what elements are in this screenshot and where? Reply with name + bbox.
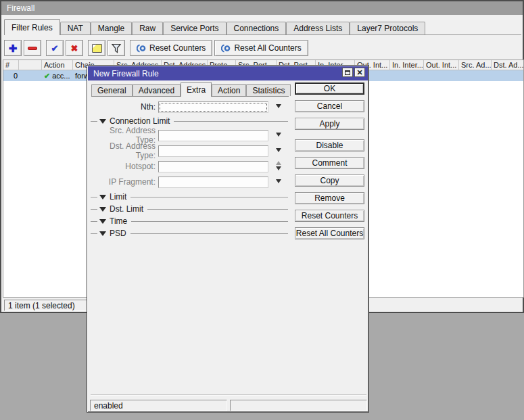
section-limit-label: Limit <box>110 192 126 202</box>
section-time-label: Time <box>110 216 127 226</box>
cancel-button[interactable]: Cancel <box>295 100 364 112</box>
reset-counters-label: Reset Counters <box>149 43 206 53</box>
triangle-down-icon <box>99 119 106 124</box>
row-number: 0 <box>3 72 19 80</box>
nth-label: Nth: <box>91 102 156 112</box>
cross-icon: ✖ <box>71 44 78 53</box>
dialog-tab-bar: General Advanced Extra Action Statistics <box>91 80 289 97</box>
remove-rule-button[interactable] <box>24 40 41 56</box>
comment-button[interactable]: Comment <box>295 157 364 169</box>
minus-icon <box>28 47 37 50</box>
dialog-title: New Firewall Rule <box>93 69 159 78</box>
disable-rule-button[interactable]: ✖ <box>66 40 83 56</box>
tab-advanced[interactable]: Advanced <box>133 84 181 96</box>
triangle-down-icon <box>99 231 106 236</box>
hotspot-label: Hotspot: <box>91 162 156 171</box>
tab-general[interactable]: General <box>91 84 133 96</box>
accept-check-icon: ✔ <box>44 72 50 80</box>
chevron-down-icon[interactable] <box>276 133 281 137</box>
tab-mangle[interactable]: Mangle <box>91 22 132 34</box>
firewall-window-title: Firewall <box>7 3 34 13</box>
dialog-titlebar[interactable]: New Firewall Rule <box>88 66 368 80</box>
tab-action[interactable]: Action <box>212 84 246 96</box>
hotspot-input[interactable] <box>158 161 268 172</box>
remove-button[interactable]: Remove <box>295 192 364 204</box>
col-src-address-list[interactable]: Src. Ad... <box>459 60 492 70</box>
section-dst-limit[interactable]: Dst. Limit <box>91 204 288 214</box>
section-dst-limit-label: Dst. Limit <box>110 204 143 214</box>
maximize-button[interactable] <box>342 68 353 77</box>
section-psd-label: PSD <box>110 229 126 238</box>
ip-fragment-input[interactable] <box>158 177 268 188</box>
firewall-titlebar[interactable]: Firewall <box>1 1 523 15</box>
maximize-icon <box>345 70 350 75</box>
comment-note-icon <box>92 44 102 53</box>
plus-icon: ✚ <box>9 43 18 53</box>
src-address-type-row: Src. Address Type: <box>87 129 290 141</box>
ip-fragment-row: IP Fragment: <box>87 176 290 188</box>
tab-statistics[interactable]: Statistics <box>246 84 291 96</box>
comment-button[interactable] <box>88 40 105 56</box>
tab-nat[interactable]: NAT <box>60 22 91 34</box>
apply-button[interactable]: Apply <box>295 118 364 130</box>
close-button[interactable]: ✕ <box>354 68 365 77</box>
new-firewall-rule-dialog: New Firewall Rule ✕ General Advanced Ext… <box>87 65 369 413</box>
reset-all-counters-button[interactable]: Reset All Counters <box>295 227 364 239</box>
filter-funnel-icon <box>111 43 122 53</box>
firewall-toolbar: ✚ ✔ ✖ Reset Counters Reset All Counters <box>4 39 310 57</box>
tab-extra[interactable]: Extra <box>181 82 212 97</box>
nth-row: Nth: <box>87 101 290 113</box>
tab-service-ports[interactable]: Service Ports <box>163 22 226 34</box>
nth-input[interactable] <box>158 101 268 113</box>
col-out-interface-list[interactable]: Out. Int... <box>424 60 459 70</box>
triangle-down-icon <box>99 207 106 212</box>
dst-address-type-label: Dst. Address Type: <box>91 141 156 160</box>
reset-counters-button[interactable]: Reset Counters <box>295 210 364 222</box>
tab-filter-rules[interactable]: Filter Rules <box>4 19 60 35</box>
dst-address-type-row: Dst. Address Type: <box>87 145 290 157</box>
tab-layer7-protocols[interactable]: Layer7 Protocols <box>350 22 425 34</box>
section-connection-limit[interactable]: Connection Limit <box>91 116 288 126</box>
copy-button[interactable]: Copy <box>295 174 364 187</box>
close-icon: ✕ <box>356 69 362 76</box>
spinner-down-icon[interactable] <box>276 166 281 170</box>
row-action: acc... <box>52 72 70 80</box>
section-time[interactable]: Time <box>91 216 288 226</box>
reset-all-counters-toolbar-button[interactable]: Reset All Counters <box>214 40 308 56</box>
triangle-down-icon <box>99 195 106 200</box>
reset-counters-toolbar-button[interactable]: Reset Counters <box>130 40 212 56</box>
ip-fragment-label: IP Fragment: <box>91 177 156 187</box>
section-psd[interactable]: PSD <box>91 229 288 238</box>
section-connection-limit-label: Connection Limit <box>110 116 170 126</box>
enable-rule-button[interactable]: ✔ <box>46 40 64 56</box>
disable-button[interactable]: Disable <box>295 139 364 151</box>
add-rule-button[interactable]: ✚ <box>4 40 22 56</box>
tab-raw[interactable]: Raw <box>132 22 163 34</box>
desktop: Firewall Filter Rules NAT Mangle Raw Ser… <box>0 0 524 420</box>
tab-connections[interactable]: Connections <box>227 22 287 34</box>
filter-button[interactable] <box>108 40 125 56</box>
ok-button[interactable]: OK <box>295 83 364 95</box>
section-limit[interactable]: Limit <box>91 192 288 202</box>
dialog-status-right <box>230 400 367 411</box>
chevron-down-icon[interactable] <box>276 104 281 108</box>
reset-all-counters-label: Reset All Counters <box>234 43 301 53</box>
col-action[interactable]: Action <box>42 60 73 70</box>
rule-state-status: enabled <box>90 400 227 411</box>
spinner-up-icon[interactable] <box>276 161 281 165</box>
hotspot-row: Hotspot: <box>87 160 290 172</box>
col-blank[interactable] <box>19 60 42 70</box>
triangle-down-icon <box>99 219 106 224</box>
chevron-down-icon[interactable] <box>276 179 281 183</box>
col-in-interface-list[interactable]: In. Inter... <box>390 60 424 70</box>
col-number[interactable]: # <box>3 60 19 70</box>
dialog-status-separator <box>91 394 366 396</box>
col-dst-address-list[interactable]: Dst. Ad... <box>492 60 524 70</box>
firewall-tab-bar: Filter Rules NAT Mangle Raw Service Port… <box>4 18 521 35</box>
reset-counter-icon <box>221 44 231 53</box>
tab-address-lists[interactable]: Address Lists <box>286 22 350 34</box>
chevron-down-icon[interactable] <box>276 148 281 152</box>
src-address-type-input[interactable] <box>158 130 268 141</box>
dst-address-type-input[interactable] <box>158 145 268 157</box>
hotspot-spinner[interactable] <box>276 161 281 170</box>
